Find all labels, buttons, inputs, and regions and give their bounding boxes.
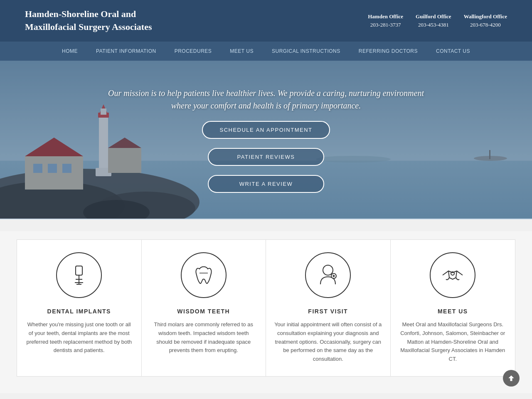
wisdom-teeth-title: WISDOM TEETH bbox=[177, 308, 230, 315]
nav-item-patient-information[interactable]: PATIENT INFORMATION bbox=[87, 42, 165, 60]
schedule-appointment-button[interactable]: SCHEDULE AN APPOINTMENT bbox=[202, 121, 330, 139]
service-card-meet-us: MEET US Meet Oral and Maxillofacial Surg… bbox=[391, 240, 515, 376]
wisdom-teeth-text: Third molars are commonly referred to as… bbox=[150, 320, 258, 355]
nav-item-referring-doctors[interactable]: REFERRING DOCTORS bbox=[350, 42, 427, 60]
nav-item-surgical-instructions[interactable]: SURGICAL INSTRUCTIONS bbox=[263, 42, 350, 60]
nav-item-home[interactable]: HOME bbox=[53, 42, 87, 60]
first-visit-title: FIRST VISIT bbox=[308, 308, 348, 315]
first-visit-text: Your initial appointment will often cons… bbox=[274, 320, 382, 364]
meet-us-icon bbox=[430, 252, 475, 298]
svg-rect-22 bbox=[76, 266, 82, 275]
patient-reviews-button[interactable]: PATIENT REVIEWS bbox=[208, 148, 324, 166]
hero-tagline: Our mission is to help patients live hea… bbox=[100, 87, 432, 112]
office-list: Hamden Office203-281-3737Guilford Office… bbox=[368, 13, 507, 28]
site-header: Hamden-Shoreline Oral and Maxillofacial … bbox=[0, 0, 532, 42]
office-item: Hamden Office203-281-3737 bbox=[368, 13, 403, 28]
office-name: Wallingford Office bbox=[464, 13, 507, 20]
office-item: Guilford Office203-453-4381 bbox=[416, 13, 451, 28]
service-card-wisdom-teeth: WISDOM TEETH Third molars are commonly r… bbox=[142, 240, 266, 376]
wisdom-teeth-icon bbox=[181, 252, 227, 298]
nav-item-contact-us[interactable]: CONTACT US bbox=[427, 42, 479, 60]
dental-implants-icon bbox=[56, 252, 102, 298]
office-item: Wallingford Office203-678-4200 bbox=[464, 13, 507, 28]
office-name: Hamden Office bbox=[368, 13, 403, 20]
services-grid: DENTAL IMPLANTS Whether you're missing j… bbox=[17, 239, 515, 377]
section-separator bbox=[0, 219, 532, 231]
hero-section: Our mission is to help patients live hea… bbox=[0, 61, 532, 219]
office-phone: 203-678-4200 bbox=[470, 22, 501, 28]
service-card-first-visit: FIRST VISIT Your initial appointment wil… bbox=[266, 240, 391, 376]
hero-content: Our mission is to help patients live hea… bbox=[91, 79, 441, 201]
services-section: DENTAL IMPLANTS Whether you're missing j… bbox=[0, 231, 532, 393]
nav-item-meet-us[interactable]: MEET US bbox=[221, 42, 263, 60]
main-nav: HOMEPATIENT INFORMATIONPROCEDURESMEET US… bbox=[0, 42, 532, 61]
dental-implants-text: Whether you're missing just one tooth or… bbox=[25, 320, 133, 355]
meet-us-text: Meet Oral and Maxillofacial Surgeons Drs… bbox=[399, 320, 507, 364]
meet-us-title: MEET US bbox=[438, 308, 468, 315]
service-card-dental-implants: DENTAL IMPLANTS Whether you're missing j… bbox=[17, 240, 142, 376]
svg-point-28 bbox=[323, 265, 333, 275]
first-visit-icon bbox=[305, 252, 351, 298]
dental-implants-title: DENTAL IMPLANTS bbox=[47, 308, 111, 315]
write-review-button[interactable]: WRITE A REVIEW bbox=[208, 175, 324, 193]
office-name: Guilford Office bbox=[416, 13, 451, 20]
office-phone: 203-281-3737 bbox=[370, 22, 401, 28]
office-phone: 203-453-4381 bbox=[418, 22, 449, 28]
site-logo: Hamden-Shoreline Oral and Maxillofacial … bbox=[25, 8, 152, 34]
scroll-up-button[interactable] bbox=[503, 370, 520, 387]
nav-item-procedures[interactable]: PROCEDURES bbox=[165, 42, 221, 60]
